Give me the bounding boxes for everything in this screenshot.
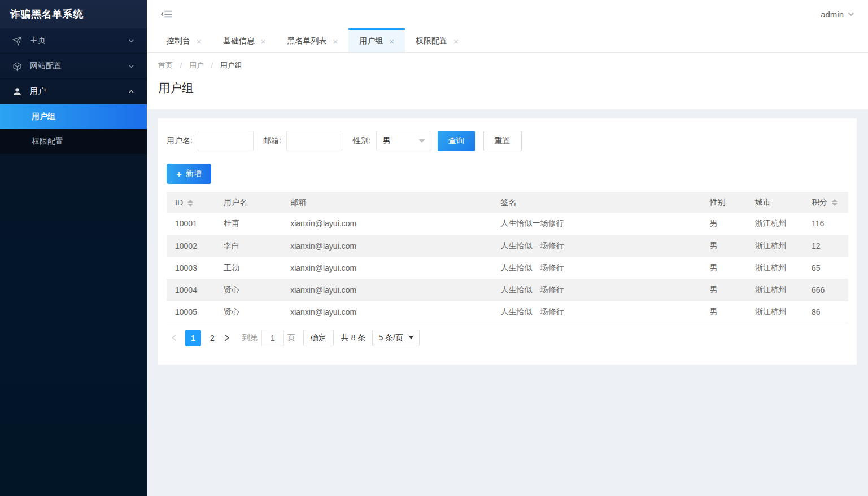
add-button[interactable]: + 新增 <box>167 164 211 184</box>
goto-page-input[interactable] <box>261 330 284 346</box>
next-page-button[interactable] <box>220 330 234 346</box>
breadcrumb-home[interactable]: 首页 <box>158 61 173 69</box>
email-input[interactable] <box>286 131 342 151</box>
cell-gender: 男 <box>701 257 747 279</box>
tab-bar: 控制台 × 基础信息 × 黑名单列表 × 用户组 × 权限配置 × <box>147 28 868 53</box>
tab-label: 基础信息 <box>223 36 255 46</box>
page-number-current[interactable]: 1 <box>185 330 201 346</box>
tab-permission-config[interactable]: 权限配置 × <box>405 28 469 52</box>
page-unit-label: 页 <box>287 333 295 343</box>
table-row[interactable]: 10005 贤心 xianxin@layui.com 人生恰似一场修行 男 浙江… <box>167 301 848 323</box>
prev-page-button[interactable] <box>167 330 181 346</box>
table-row[interactable]: 10001 杜甫 xianxin@layui.com 人生恰似一场修行 男 浙江… <box>167 213 848 235</box>
cell-score: 666 <box>803 279 848 301</box>
sidebar-item-users[interactable]: 用户 <box>0 79 147 104</box>
sidebar-item-label: 用户 <box>30 86 128 96</box>
column-header-city: 城市 <box>747 192 803 213</box>
tab-basic-info[interactable]: 基础信息 × <box>212 28 277 52</box>
username-label: admin <box>821 10 844 19</box>
cell-email: xianxin@layui.com <box>282 279 492 301</box>
cell-score: 65 <box>803 257 848 279</box>
breadcrumb-separator: / <box>211 61 213 69</box>
chevron-down-icon <box>128 38 134 44</box>
pagination: 1 2 到第 页 确定 共 8 条 5 条/页 <box>167 330 848 346</box>
topbar: admin <box>147 0 868 28</box>
send-icon <box>12 36 22 46</box>
user-table: ID 用户名 邮箱 签名 性别 城市 积分 <box>167 192 848 323</box>
page-number[interactable]: 2 <box>205 333 220 343</box>
column-header-id[interactable]: ID <box>167 192 215 213</box>
close-icon[interactable]: × <box>261 37 266 46</box>
add-button-label: 新增 <box>186 169 202 179</box>
close-icon[interactable]: × <box>197 37 202 46</box>
column-header-score[interactable]: 积分 <box>803 192 848 213</box>
sort-icon[interactable] <box>187 200 193 207</box>
cube-icon <box>12 62 22 71</box>
goto-page-label: 到第 <box>242 333 258 343</box>
cell-city: 浙江杭州 <box>747 301 803 323</box>
table-header-row: ID 用户名 邮箱 签名 性别 城市 积分 <box>167 192 848 213</box>
breadcrumb-users[interactable]: 用户 <box>189 61 204 69</box>
cell-city: 浙江杭州 <box>747 213 803 235</box>
sidebar-item-site-config[interactable]: 网站配置 <box>0 54 147 79</box>
sidebar-item-home[interactable]: 主页 <box>0 28 147 54</box>
tab-user-group[interactable]: 用户组 × <box>348 28 405 52</box>
confirm-page-button[interactable]: 确定 <box>303 330 334 346</box>
tab-console[interactable]: 控制台 × <box>156 28 212 52</box>
gender-select[interactable]: 男 <box>376 131 431 151</box>
cell-city: 浙江杭州 <box>747 257 803 279</box>
cell-email: xianxin@layui.com <box>282 235 492 257</box>
cell-username: 王勃 <box>215 257 282 279</box>
sidebar: 诈骗黑名单系统 主页 网站配置 用户 用户组 <box>0 0 147 496</box>
cell-sign: 人生恰似一场修行 <box>492 235 701 257</box>
main-area: admin 控制台 × 基础信息 × 黑名单列表 × 用户组 × <box>147 0 868 496</box>
breadcrumb-separator: / <box>180 61 182 69</box>
cell-id: 10003 <box>167 257 215 279</box>
column-header-sign: 签名 <box>492 192 701 213</box>
close-icon[interactable]: × <box>389 37 394 46</box>
breadcrumb: 首页 / 用户 / 用户组 <box>158 60 857 71</box>
cell-id: 10002 <box>167 235 215 257</box>
caret-down-icon <box>409 336 413 339</box>
reset-button[interactable]: 重置 <box>483 131 522 151</box>
sidebar-item-label: 主页 <box>30 36 128 46</box>
cell-city: 浙江杭州 <box>747 235 803 257</box>
cell-id: 10001 <box>167 213 215 235</box>
app-title: 诈骗黑名单系统 <box>0 0 147 28</box>
sidebar-item-label: 权限配置 <box>32 137 63 147</box>
cell-email: xianxin@layui.com <box>282 213 492 235</box>
sidebar-item-label: 用户组 <box>32 112 55 122</box>
close-icon[interactable]: × <box>453 37 459 46</box>
close-icon[interactable]: × <box>333 37 338 46</box>
column-header-username: 用户名 <box>215 192 282 213</box>
search-form: 用户名: 邮箱: 性别: 男 查询 重置 <box>167 131 848 151</box>
total-count-label: 共 8 条 <box>341 333 366 343</box>
user-menu[interactable]: admin <box>821 10 854 19</box>
cell-score: 116 <box>803 213 848 235</box>
tab-label: 用户组 <box>359 36 383 46</box>
plus-icon: + <box>176 169 182 179</box>
cell-username: 李白 <box>215 235 282 257</box>
username-input[interactable] <box>198 131 254 151</box>
sidebar-item-user-group[interactable]: 用户组 <box>0 104 147 129</box>
user-icon <box>12 87 22 96</box>
cell-sign: 人生恰似一场修行 <box>492 257 701 279</box>
table-row[interactable]: 10003 王勃 xianxin@layui.com 人生恰似一场修行 男 浙江… <box>167 257 848 279</box>
per-page-value: 5 条/页 <box>378 333 403 343</box>
per-page-select[interactable]: 5 条/页 <box>372 330 420 346</box>
cell-gender: 男 <box>701 301 747 323</box>
cell-sign: 人生恰似一场修行 <box>492 279 701 301</box>
page-title: 用户组 <box>158 80 857 96</box>
username-label: 用户名: <box>167 136 193 146</box>
cell-email: xianxin@layui.com <box>282 257 492 279</box>
chevron-right-icon <box>224 334 230 341</box>
tab-blacklist[interactable]: 黑名单列表 × <box>277 28 349 52</box>
search-button[interactable]: 查询 <box>438 131 475 151</box>
menu-fold-icon[interactable] <box>160 9 173 19</box>
sidebar-item-permission-config[interactable]: 权限配置 <box>0 129 147 154</box>
table-row[interactable]: 10004 贤心 xianxin@layui.com 人生恰似一场修行 男 浙江… <box>167 279 848 301</box>
sort-icon[interactable] <box>832 199 838 206</box>
table-row[interactable]: 10002 李白 xianxin@layui.com 人生恰似一场修行 男 浙江… <box>167 235 848 257</box>
gender-label: 性别: <box>353 136 371 146</box>
cell-gender: 男 <box>701 235 747 257</box>
